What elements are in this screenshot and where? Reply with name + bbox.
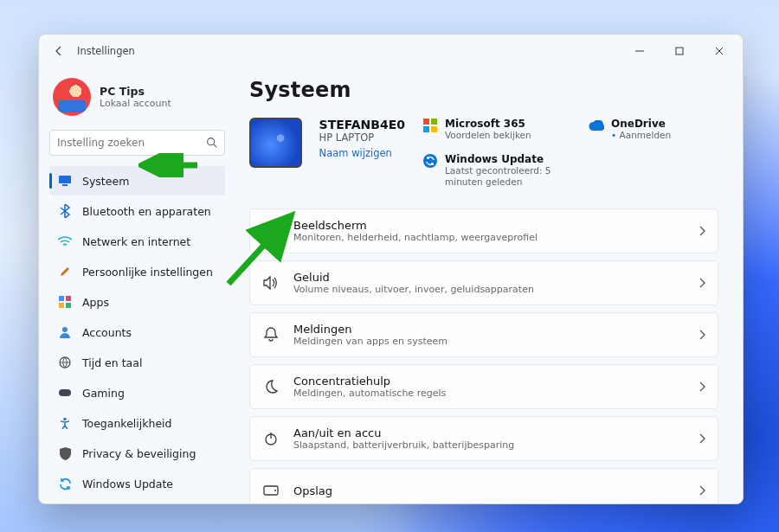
avatar	[53, 78, 91, 116]
svg-point-20	[274, 490, 276, 491]
sidebar-item-accounts[interactable]: Accounts	[49, 317, 225, 347]
minimize-button[interactable]	[620, 37, 660, 65]
service-sub: Voordelen bekijken	[445, 130, 531, 141]
sync-icon	[422, 153, 438, 169]
settings-list: BeeldschermMonitoren, helderheid, nachtl…	[249, 208, 718, 503]
card-title: Beeldscherm	[293, 219, 538, 232]
shield-icon	[58, 446, 72, 460]
settings-window: Instellingen PC Tips Lokaal account	[38, 34, 744, 504]
sidebar-item-gaming[interactable]: Gaming	[49, 378, 225, 407]
cloud-icon	[589, 118, 604, 133]
apps-icon	[58, 295, 72, 309]
card-title: Geluid	[293, 271, 534, 284]
sidebar-item-privacy[interactable]: Privacy & beveiliging	[49, 439, 225, 468]
service-onedrive[interactable]: OneDrive • Aanmelden	[589, 118, 718, 141]
rename-link[interactable]: Naam wijzigen	[319, 147, 392, 159]
service-title: Microsoft 365	[445, 118, 531, 130]
card-power[interactable]: Aan/uit en accuSlaapstand, batterijverbr…	[249, 416, 718, 461]
service-title: Windows Update	[445, 153, 552, 165]
svg-rect-10	[59, 389, 71, 396]
chevron-right-icon	[699, 327, 705, 343]
search-input[interactable]	[57, 137, 206, 149]
chevron-right-icon	[699, 223, 705, 240]
sidebar-item-update[interactable]: Windows Update	[49, 469, 225, 498]
sidebar-item-network[interactable]: Netwerk en internet	[49, 227, 225, 256]
card-subtitle: Monitoren, helderheid, nachtlamp, weerga…	[293, 232, 538, 243]
svg-rect-4	[59, 296, 64, 301]
sidebar-item-bluetooth[interactable]: Bluetooth en apparaten	[49, 196, 225, 226]
sidebar-item-system[interactable]: Systeem	[49, 166, 225, 195]
profile-name: PC Tips	[100, 85, 171, 98]
search-icon	[206, 135, 217, 151]
sidebar-item-label: Apps	[82, 296, 109, 309]
sidebar-item-label: Tijd en taal	[82, 356, 142, 369]
sidebar-item-accessibility[interactable]: Toegankelijkheid	[49, 408, 225, 438]
svg-point-8	[62, 327, 68, 332]
card-subtitle: Meldingen van apps en systeem	[293, 336, 447, 347]
sidebar: PC Tips Lokaal account Systeem Bluetooth…	[39, 67, 234, 503]
card-title: Concentratiehulp	[293, 375, 446, 388]
svg-rect-0	[676, 48, 683, 54]
svg-point-1	[208, 138, 215, 144]
card-title: Aan/uit en accu	[293, 426, 514, 439]
sidebar-item-label: Accounts	[82, 326, 132, 339]
maximize-button[interactable]	[660, 37, 699, 65]
service-sub: • Aanmelden	[611, 130, 671, 141]
sidebar-item-label: Systeem	[82, 175, 129, 188]
service-sub: Laatst gecontroleerd: 5 minuten geleden	[445, 165, 552, 188]
card-subtitle: Slaapstand, batterijverbruik, batterijbe…	[293, 439, 514, 451]
svg-rect-7	[66, 303, 71, 308]
chevron-right-icon	[699, 275, 705, 292]
card-display[interactable]: BeeldschermMonitoren, helderheid, nachtl…	[249, 208, 718, 253]
moon-icon	[262, 378, 280, 395]
sidebar-item-label: Windows Update	[82, 478, 173, 490]
profile[interactable]: PC Tips Lokaal account	[49, 73, 225, 128]
service-m365[interactable]: Microsoft 365 Voordelen bekijken	[422, 118, 552, 141]
svg-rect-12	[423, 119, 429, 125]
sidebar-item-label: Privacy & beveiliging	[82, 447, 196, 460]
sidebar-item-time[interactable]: Tijd en taal	[49, 348, 225, 377]
globe-icon	[58, 356, 72, 369]
search-box[interactable]	[49, 130, 225, 156]
chevron-right-icon	[699, 379, 705, 395]
system-header: STEFANB4E0 HP LAPTOP Naam wijzigen Micro…	[249, 118, 718, 188]
card-focus[interactable]: ConcentratiehulpMeldingen, automatische …	[249, 364, 718, 409]
chevron-right-icon	[699, 483, 705, 499]
system-icon	[58, 174, 72, 188]
card-sound[interactable]: GeluidVolume niveaus, uitvoer, invoer, g…	[249, 260, 718, 305]
accessibility-icon	[58, 416, 72, 430]
svg-rect-2	[59, 176, 71, 183]
power-icon	[262, 430, 280, 447]
drive-icon	[262, 482, 280, 499]
close-button[interactable]	[699, 37, 739, 65]
svg-rect-13	[431, 119, 437, 125]
profile-type: Lokaal account	[100, 98, 171, 109]
svg-rect-3	[62, 184, 68, 186]
titlebar: Instellingen	[39, 35, 743, 67]
brush-icon	[58, 265, 72, 279]
sidebar-nav: Systeem Bluetooth en apparaten Netwerk e…	[49, 166, 225, 498]
svg-rect-6	[59, 303, 64, 308]
chevron-right-icon	[699, 431, 705, 447]
svg-rect-5	[66, 296, 71, 301]
sidebar-item-label: Toegankelijkheid	[82, 417, 172, 430]
card-notifications[interactable]: MeldingenMeldingen van apps en systeem	[249, 312, 718, 357]
pc-model: HP LAPTOP	[319, 131, 405, 144]
sidebar-item-label: Persoonlijke instellingen	[82, 266, 213, 279]
sidebar-item-label: Bluetooth en apparaten	[82, 205, 211, 218]
card-subtitle: Meldingen, automatische regels	[293, 388, 446, 399]
service-title: OneDrive	[611, 118, 671, 130]
service-windows-update[interactable]: Windows Update Laatst gecontroleerd: 5 m…	[422, 153, 552, 188]
card-title: Meldingen	[293, 323, 447, 336]
bell-icon	[262, 326, 280, 343]
card-storage[interactable]: Opslag	[249, 468, 718, 503]
back-button[interactable]	[51, 42, 68, 60]
pc-name: STEFANB4E0	[319, 118, 405, 131]
card-title: Opslag	[293, 484, 332, 497]
pc-thumbnail	[249, 118, 302, 168]
sidebar-item-personalization[interactable]: Persoonlijke instellingen	[49, 257, 225, 286]
svg-rect-17	[263, 225, 279, 234]
svg-rect-15	[431, 126, 437, 132]
sidebar-item-apps[interactable]: Apps	[49, 287, 225, 317]
m365-icon	[422, 118, 438, 133]
